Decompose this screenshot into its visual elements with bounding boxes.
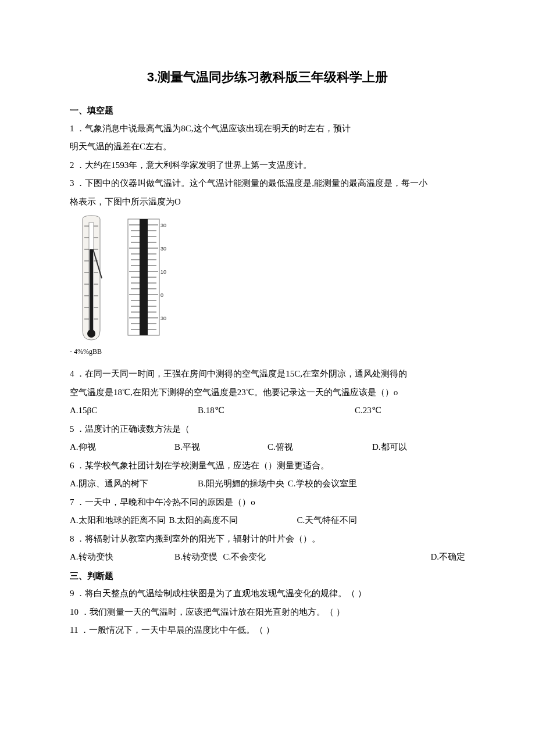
- question-2: 2 ．大约在1593年，意大利科学家发明了世界上第一支温度计。: [70, 156, 465, 175]
- worksheet-page: 3.测量气温同步练习教科版三年级科学上册 一、填空题 1 ．气象消息中说最高气温…: [0, 0, 535, 675]
- question-4-line2: 空气温度是18℃,在阳光下测得的空气温度是23℃。他要记录这一天的气温应该是（）…: [70, 384, 465, 402]
- svg-text:30: 30: [160, 223, 166, 228]
- svg-text:30: 30: [160, 316, 166, 321]
- question-3-line2: 格表示，下图中所示温度为O: [70, 193, 465, 212]
- thermometer-figure: 30 30 10 0 30: [70, 214, 465, 342]
- question-5-options: A.仰视 B.平视 C.俯视 D.都可以: [70, 438, 465, 457]
- thermometer-svg: 30 30 10 0 30: [70, 214, 169, 342]
- q8-option-d: D.不确定: [430, 548, 465, 567]
- question-3-line1: 3 ．下图中的仪器叫做气温计。这个气温计能测量的最低温度是,能测量的最高温度是，…: [70, 174, 465, 193]
- question-4-options: A.15βC B.18℃ C.23℃: [70, 402, 465, 420]
- question-4-line1: 4 ．在同一天同一时间，王强在房间中测得的空气温度是15C,在室外阴凉，通风处测…: [70, 365, 465, 384]
- q7-option-b: B.太阳的高度不同: [169, 511, 297, 530]
- q8-option-b: B.转动变慢: [174, 552, 217, 561]
- svg-text:10: 10: [160, 269, 166, 275]
- svg-rect-1: [90, 249, 93, 332]
- question-7-options: A.太阳和地球的距离不同 B.太阳的高度不同 C.天气特征不同: [70, 511, 465, 530]
- svg-text:0: 0: [160, 292, 163, 298]
- q4-option-a: A.15βC: [70, 402, 198, 420]
- q6-option-c: C.学校的会议室里: [288, 475, 357, 493]
- question-6: 6 ．某学校气象社团计划在学校测量气温，应选在（）测量更适合。: [70, 457, 465, 475]
- question-7: 7 ．一天中，早晚和中午冷热不同的原因是（）o: [70, 493, 465, 512]
- question-8-options-row: A.转动变快 B.转动变慢 C.不会变化 D.不确定: [70, 548, 465, 567]
- question-6-options: A.阴凉、通风的树下 B.阳光明媚的操场中央 C.学校的会议室里: [70, 475, 465, 493]
- question-1-line1: 1 ．气象消息中说最高气温为8C,这个气温应该出现在明天的时左右，预计: [70, 120, 465, 138]
- q5-option-c: C.俯视: [268, 438, 372, 457]
- question-10: 10 ．我们测量一天的气温时，应该把气温计放在阳光直射的地方。（ ）: [70, 603, 465, 622]
- q8-option-a: A.转动变快: [70, 548, 174, 567]
- q5-option-d: D.都可以: [372, 438, 407, 457]
- q4-option-b: B.18℃: [198, 402, 355, 420]
- section-3-heading: 三、判断题: [70, 567, 465, 585]
- question-9: 9 ．将白天整点的气温绘制成柱状图是为了直观地发现气温变化的规律。（ ）: [70, 585, 465, 603]
- q5-option-b: B.平视: [174, 438, 268, 457]
- question-8: 8 ．将辐射计从教室内搬到室外的阳光下，辐射计的叶片会（）。: [70, 530, 465, 549]
- svg-text:30: 30: [160, 246, 166, 252]
- svg-point-2: [87, 329, 95, 338]
- figure-caption: - 4%%gBB: [70, 345, 465, 359]
- q6-option-b: B.阳光明媚的操场中央: [198, 475, 284, 493]
- svg-rect-23: [140, 219, 148, 335]
- q5-option-a: A.仰视: [70, 438, 174, 457]
- q7-option-c: C.天气特征不同: [297, 511, 358, 530]
- question-1-line2: 明天气温的温差在C左右。: [70, 138, 465, 156]
- question-5: 5 ．温度计的正确读数方法是（: [70, 420, 465, 439]
- section-1-heading: 一、填空题: [70, 101, 465, 120]
- question-11: 11 ．一般情况下，一天中早晨的温度比中午低。（ ）: [70, 621, 465, 640]
- q4-option-c: C.23℃: [355, 402, 381, 420]
- q7-option-a: A.太阳和地球的距离不同: [70, 511, 166, 530]
- q8-option-c: C.不会变化: [223, 552, 266, 561]
- page-title: 3.测量气温同步练习教科版三年级科学上册: [70, 64, 465, 91]
- q6-option-a: A.阴凉、通风的树下: [70, 475, 198, 493]
